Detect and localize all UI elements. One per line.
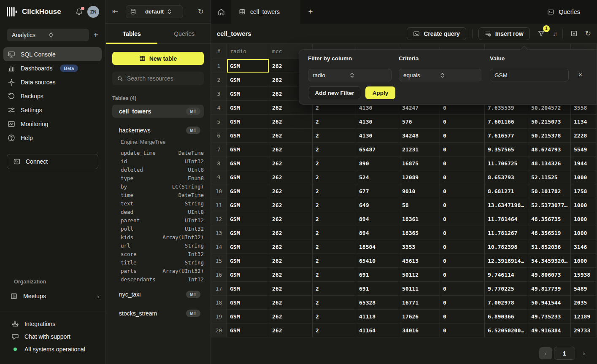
grid-cell[interactable]: 50.215378 xyxy=(528,129,571,143)
grid-cell[interactable]: 34016 xyxy=(399,324,440,337)
grid-cell[interactable]: GSM xyxy=(227,212,269,226)
grid-cell[interactable]: 8.681271 xyxy=(485,184,528,198)
grid-cell[interactable]: 2 xyxy=(313,156,356,170)
grid-cell[interactable]: 2 xyxy=(313,324,356,337)
notifications-button[interactable] xyxy=(75,8,83,16)
grid-cell[interactable]: GSM xyxy=(227,129,269,143)
grid-cell[interactable]: 6.52050200… xyxy=(485,324,528,337)
grid-cell[interactable]: 262 xyxy=(269,240,313,254)
create-query-button[interactable]: Create query xyxy=(407,27,466,40)
grid-cell[interactable]: 2228 xyxy=(571,129,597,143)
grid-cell[interactable]: 677 xyxy=(356,184,399,198)
grid-cell[interactable]: 0 xyxy=(440,143,485,156)
grid-cell[interactable]: 262 xyxy=(269,226,313,240)
sidebar-item-backups[interactable]: Backups xyxy=(3,89,102,103)
workspace-select[interactable]: Analytics xyxy=(7,29,89,41)
grid-cell[interactable]: 1944 xyxy=(571,156,597,170)
grid-cell[interactable]: 12189 xyxy=(571,310,597,324)
sidebar-item-data-sources[interactable]: Data sources xyxy=(3,75,102,89)
grid-cell[interactable]: 18504 xyxy=(356,240,399,254)
grid-cell[interactable]: 49.806073 xyxy=(528,268,571,282)
grid-cell[interactable]: 10.782398 xyxy=(485,240,528,254)
refresh-grid-button[interactable]: ↻ xyxy=(585,29,591,38)
grid-cell[interactable]: 262 xyxy=(269,143,313,156)
grid-cell[interactable]: GSM xyxy=(227,310,269,324)
search-resources-input[interactable] xyxy=(127,75,199,82)
grid-cell[interactable]: 2 xyxy=(313,129,356,143)
tab-tables[interactable]: Tables xyxy=(105,24,158,43)
grid-cell[interactable]: 262 xyxy=(269,268,313,282)
grid-cell[interactable]: 5489 xyxy=(571,282,597,296)
grid-cell[interactable]: 1000 xyxy=(571,170,597,184)
remove-filter-button[interactable]: × xyxy=(578,71,582,78)
grid-cell[interactable]: GSM xyxy=(227,156,269,170)
grid-cell[interactable]: 1000 xyxy=(571,254,597,268)
grid-cell[interactable]: 65410 xyxy=(356,254,399,268)
grid-cell[interactable]: 1758 xyxy=(571,184,597,198)
grid-cell[interactable]: 2 xyxy=(313,212,356,226)
grid-cell[interactable]: 11.706725 xyxy=(485,156,528,170)
grid-cell[interactable]: 2 xyxy=(313,240,356,254)
grid-cell[interactable]: 262 xyxy=(269,156,313,170)
sidebar-item-settings[interactable]: Settings xyxy=(3,103,102,117)
grid-cell[interactable]: 691 xyxy=(356,282,399,296)
grid-cell[interactable]: 50.941544 xyxy=(528,296,571,310)
new-tab-button[interactable]: + xyxy=(300,0,321,24)
grid-cell[interactable]: 50.101782 xyxy=(528,184,571,198)
grid-cell[interactable]: 262 xyxy=(269,184,313,198)
collapse-sidebar-icon[interactable]: ⇤ xyxy=(112,7,125,16)
database-select[interactable]: default xyxy=(126,5,183,18)
grid-cell[interactable]: 48.134326 xyxy=(528,156,571,170)
grid-cell[interactable]: 6.890366 xyxy=(485,310,528,324)
grid-cell[interactable]: 49.735233 xyxy=(528,310,571,324)
grid-cell[interactable]: 576 xyxy=(399,115,440,129)
grid-cell[interactable]: 2 xyxy=(313,115,356,129)
grid-cell[interactable]: 2 xyxy=(313,184,356,198)
grid-cell[interactable]: GSM xyxy=(227,254,269,268)
grid-cell[interactable]: 2 xyxy=(313,226,356,240)
table-item-nyc-taxi[interactable]: nyc_taxi MT xyxy=(112,288,204,301)
grid-cell[interactable]: 16771 xyxy=(399,296,440,310)
grid-cell[interactable]: 49.817739 xyxy=(528,282,571,296)
tab-queries[interactable]: Queries xyxy=(158,24,211,43)
grid-cell[interactable]: GSM xyxy=(227,198,269,212)
grid-cell[interactable]: GSM xyxy=(227,240,269,254)
insert-row-button[interactable]: Insert row xyxy=(478,27,530,40)
grid-cell[interactable]: GSM xyxy=(227,101,269,115)
grid-cell[interactable]: GSM xyxy=(227,268,269,282)
queries-button[interactable]: Queries xyxy=(542,0,597,24)
grid-cell[interactable]: GSM xyxy=(227,87,269,101)
grid-cell[interactable]: 13.6347198… xyxy=(485,198,528,212)
sidebar-item-chat-support[interactable]: Chat with support xyxy=(11,333,70,340)
grid-cell[interactable]: 0 xyxy=(440,296,485,310)
apply-filter-button[interactable]: Apply xyxy=(365,86,395,99)
grid-cell[interactable]: 0 xyxy=(440,198,485,212)
download-button[interactable] xyxy=(569,28,579,39)
grid-cell[interactable]: 65487 xyxy=(356,143,399,156)
grid-cell[interactable]: GSM xyxy=(227,59,269,73)
grid-cell[interactable]: 4130 xyxy=(356,129,399,143)
grid-cell[interactable]: GSM xyxy=(227,115,269,129)
grid-cell[interactable]: 262 xyxy=(269,198,313,212)
grid-cell[interactable]: 9010 xyxy=(399,184,440,198)
grid-cell[interactable]: 54.3459320… xyxy=(528,254,571,268)
grid-cell[interactable]: 0 xyxy=(440,184,485,198)
grid-cell[interactable]: 51.852036 xyxy=(528,240,571,254)
grid-cell[interactable]: 12089 xyxy=(399,170,440,184)
pagination-current-page[interactable]: 1 xyxy=(554,347,575,360)
refresh-tables-icon[interactable]: ↻ xyxy=(198,7,204,16)
grid-cell[interactable]: 48.356519 xyxy=(528,226,571,240)
grid-cell[interactable]: 11.781464 xyxy=(485,212,528,226)
grid-cell[interactable]: 9.357565 xyxy=(485,143,528,156)
grid-cell[interactable]: 2 xyxy=(313,170,356,184)
grid-cell[interactable]: 7.601166 xyxy=(485,115,528,129)
grid-cell[interactable]: 34248 xyxy=(399,129,440,143)
grid-cell[interactable]: 0 xyxy=(440,212,485,226)
grid-cell[interactable]: 4130 xyxy=(356,115,399,129)
grid-cell[interactable]: 41164 xyxy=(356,324,399,337)
grid-cell[interactable]: GSM xyxy=(227,324,269,337)
grid-cell[interactable]: 49.916384 xyxy=(528,324,571,337)
grid-cell[interactable]: 16875 xyxy=(399,156,440,170)
table-item-cell-towers[interactable]: cell_towers MT xyxy=(112,105,204,118)
grid-cell[interactable]: 9.770225 xyxy=(485,282,528,296)
